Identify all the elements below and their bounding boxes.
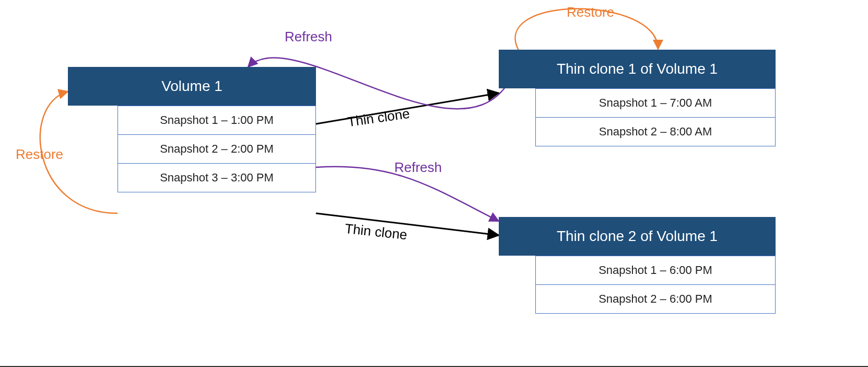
thin-clone-2-header: Thin clone 2 of Volume 1 bbox=[499, 217, 776, 256]
thin-clone-1-snap-list: Snapshot 1 – 7:00 AM Snapshot 2 – 8:00 A… bbox=[535, 88, 776, 146]
volume-1-snap-2: Snapshot 2 – 2:00 PM bbox=[118, 135, 316, 164]
thin-clone-2-snap-list: Snapshot 1 – 6:00 PM Snapshot 2 – 6:00 P… bbox=[535, 256, 776, 314]
volume-1-snap-3: Snapshot 3 – 3:00 PM bbox=[118, 164, 316, 192]
thin-clone-1-snap-1: Snapshot 1 – 7:00 AM bbox=[535, 88, 776, 118]
thin-clone-1: Thin clone 1 of Volume 1 Snapshot 1 – 7:… bbox=[499, 50, 776, 146]
volume-1-snap-1: Snapshot 1 – 1:00 PM bbox=[118, 106, 316, 135]
label-refresh-top: Refresh bbox=[285, 29, 332, 45]
volume-1-snap-list: Snapshot 1 – 1:00 PM Snapshot 2 – 2:00 P… bbox=[118, 106, 316, 192]
thin-clone-2: Thin clone 2 of Volume 1 Snapshot 1 – 6:… bbox=[499, 217, 776, 314]
label-restore-left: Restore bbox=[16, 146, 63, 163]
thin-clone-1-header: Thin clone 1 of Volume 1 bbox=[499, 50, 776, 88]
thin-clone-1-snap-2: Snapshot 2 – 8:00 AM bbox=[535, 118, 776, 146]
thin-clone-2-snap-1: Snapshot 1 – 6:00 PM bbox=[535, 256, 776, 285]
volume-1-header: Volume 1 bbox=[68, 67, 316, 106]
volume-1: Volume 1 Snapshot 1 – 1:00 PM Snapshot 2… bbox=[68, 67, 316, 192]
label-refresh-mid: Refresh bbox=[394, 159, 442, 176]
label-thinclone-bottom: Thin clone bbox=[344, 221, 408, 243]
label-restore-right: Restore bbox=[567, 4, 614, 20]
thin-clone-2-snap-2: Snapshot 2 – 6:00 PM bbox=[535, 285, 776, 314]
label-thinclone-top: Thin clone bbox=[346, 106, 410, 130]
